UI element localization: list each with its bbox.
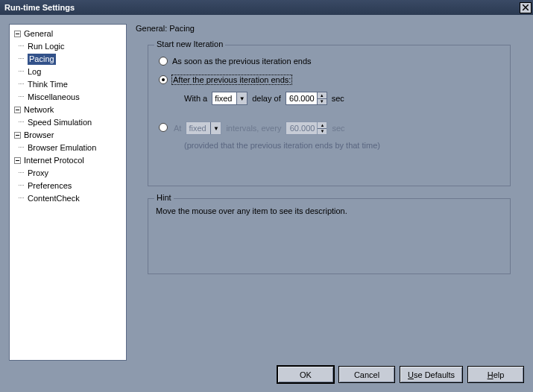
chevron-down-icon: ▼ xyxy=(210,122,221,134)
radio-icon xyxy=(159,75,168,84)
interval-value-input xyxy=(286,121,317,135)
spinner-down-icon: ▼ xyxy=(318,129,327,135)
radio-option-after-previous[interactable]: After the previous iteration ends: xyxy=(159,75,291,84)
radio-option-at-intervals[interactable] xyxy=(159,123,168,132)
with-a-label: With a xyxy=(184,94,207,103)
tree-node-proxy[interactable]: Proxy xyxy=(11,167,126,180)
group-start-new-iteration: Start new Iteration As soon as the previ… xyxy=(148,45,511,186)
tree-node-preferences[interactable]: Preferences xyxy=(11,180,126,192)
tree-node-miscellaneous[interactable]: Miscellaneous xyxy=(11,91,126,104)
sec-label: sec xyxy=(332,94,344,103)
cancel-button[interactable]: Cancel xyxy=(338,366,395,383)
spinner-down-icon[interactable]: ▼ xyxy=(318,99,327,105)
intervals-every-label: intervals, every xyxy=(226,124,281,133)
titlebar: Run-time Settings xyxy=(0,0,533,15)
radio-option-as-soon-as[interactable]: As soon as the previous iteration ends xyxy=(159,57,312,66)
use-defaults-button[interactable]: Use Defaults xyxy=(400,366,463,383)
help-button[interactable]: Help xyxy=(467,366,524,383)
group-hint: Hint Move the mouse over any item to see… xyxy=(148,198,511,274)
hint-text: Move the mouse over any item to see its … xyxy=(156,206,347,215)
group-label-iteration: Start new Iteration xyxy=(154,39,225,48)
delay-type-dropdown[interactable]: fixed ▼ xyxy=(212,92,247,105)
group-label-hint: Hint xyxy=(154,193,174,202)
close-icon xyxy=(523,4,529,10)
after-previous-controls: With a fixed ▼ delay of ▲▼ sec xyxy=(184,92,344,105)
radio-label: As soon as the previous iteration ends xyxy=(172,57,312,66)
minus-icon[interactable] xyxy=(14,132,21,139)
radio-label: After the previous iteration ends: xyxy=(172,75,291,84)
dialog-button-row: OK Cancel Use Defaults Help xyxy=(277,366,524,383)
interval-type-dropdown: fixed ▼ xyxy=(186,121,221,135)
page-title: General: Pacing xyxy=(136,24,195,33)
window-title: Run-time Settings xyxy=(4,3,75,12)
ok-button[interactable]: OK xyxy=(277,366,334,383)
tree-node-run-logic[interactable]: Run Logic xyxy=(11,40,126,53)
minus-icon[interactable] xyxy=(14,31,21,37)
sec-label: sec xyxy=(332,124,344,133)
chevron-down-icon: ▼ xyxy=(236,92,247,104)
minus-icon[interactable] xyxy=(14,157,21,164)
minus-icon[interactable] xyxy=(14,107,21,113)
dialog-body: General Run Logic Pacing Log Think Time … xyxy=(0,15,533,392)
spinner-up-icon: ▲ xyxy=(318,122,327,129)
tree-node-think-time[interactable]: Think Time xyxy=(11,78,126,91)
delay-of-label: delay of xyxy=(252,94,281,103)
radio-icon xyxy=(159,57,168,66)
at-label: At xyxy=(174,124,181,133)
tree-node-internet-protocol[interactable]: Internet Protocol xyxy=(11,154,126,167)
dropdown-value: fixed xyxy=(215,94,236,103)
at-intervals-controls: At fixed ▼ intervals, every ▲▼ sec xyxy=(174,121,345,135)
spinner-up-icon[interactable]: ▲ xyxy=(318,92,327,99)
delay-value-input[interactable] xyxy=(286,92,317,105)
tree-node-content-check[interactable]: ContentCheck xyxy=(11,192,126,205)
tree-node-log[interactable]: Log xyxy=(11,66,126,78)
tree-node-general[interactable]: General xyxy=(11,28,126,40)
dropdown-value: fixed xyxy=(189,124,210,133)
interval-value-spinner: ▲▼ xyxy=(286,121,327,135)
settings-tree[interactable]: General Run Logic Pacing Log Think Time … xyxy=(9,24,127,361)
tree-node-browser[interactable]: Browser xyxy=(11,129,126,142)
tree-node-speed-simulation[interactable]: Speed Simulation xyxy=(11,116,126,129)
radio-icon xyxy=(159,123,168,132)
tree-node-network[interactable]: Network xyxy=(11,104,126,116)
tree-node-browser-emulation[interactable]: Browser Emulation xyxy=(11,142,126,154)
delay-value-spinner[interactable]: ▲▼ xyxy=(286,92,327,105)
interval-note: (provided that the previous iteration en… xyxy=(184,141,380,150)
close-button[interactable] xyxy=(520,2,532,13)
tree-node-pacing[interactable]: Pacing xyxy=(11,53,126,66)
